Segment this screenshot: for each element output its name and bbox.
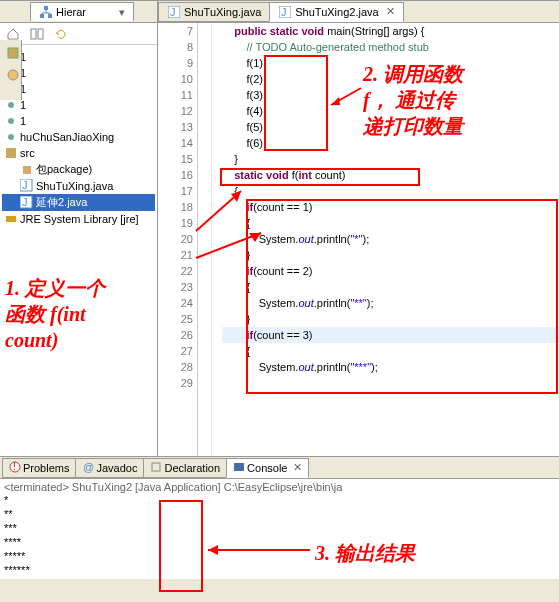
line-number: 8 xyxy=(158,39,197,55)
line-number: 25 xyxy=(158,311,197,327)
code-line[interactable]: System.out.println("*"); xyxy=(222,231,559,247)
svg-rect-2 xyxy=(48,14,52,18)
svg-rect-1 xyxy=(40,14,44,18)
tree-item-icon xyxy=(20,163,34,177)
line-number: 13 xyxy=(158,119,197,135)
line-number: 28 xyxy=(158,359,197,375)
tree-item-icon xyxy=(4,212,18,226)
code-line[interactable]: { xyxy=(222,343,559,359)
line-number: 27 xyxy=(158,343,197,359)
refresh-icon[interactable] xyxy=(52,25,70,43)
line-number: 29 xyxy=(158,375,197,391)
svg-text:J: J xyxy=(170,6,176,18)
svg-text:J: J xyxy=(281,6,287,18)
annotation-3: 3. 输出结果 xyxy=(315,540,415,566)
code-line[interactable]: { xyxy=(222,183,559,199)
tree-item[interactable]: J延伸2.java xyxy=(2,194,155,211)
bottom-tab[interactable]: Console✕ xyxy=(226,458,309,478)
code-line[interactable]: public static void main(String[] args) { xyxy=(222,23,559,39)
hierarchy-icon xyxy=(39,5,53,19)
tree-item-label: huChuSanJiaoXing xyxy=(20,131,114,143)
svg-point-10 xyxy=(8,134,14,140)
code-line[interactable]: } xyxy=(222,151,559,167)
tree-item-icon xyxy=(4,98,18,112)
console-view[interactable]: <terminated> ShuTuXing2 [Java Applicatio… xyxy=(0,479,559,579)
line-number: 21 xyxy=(158,247,197,263)
console-output-line: *** xyxy=(4,521,555,535)
code-line[interactable]: if(count == 1) xyxy=(222,199,559,215)
tab-icon xyxy=(150,461,162,475)
tree-item[interactable]: 1 xyxy=(2,49,155,65)
svg-point-9 xyxy=(8,118,14,124)
tree-item[interactable]: 1 xyxy=(2,65,155,81)
line-number: 24 xyxy=(158,295,197,311)
annotation-1: 1. 定义一个 函数 f(int count) xyxy=(5,275,105,353)
code-line[interactable]: if(count == 2) xyxy=(222,263,559,279)
package-tree[interactable]: 11111huChuSanJiaoXingsrc包package)JShuTuX… xyxy=(0,45,157,456)
code-line[interactable]: if(count == 3) xyxy=(222,327,559,343)
tree-item[interactable]: JRE System Library [jre] xyxy=(2,211,155,227)
line-number: 10 xyxy=(158,71,197,87)
line-number: 22 xyxy=(158,263,197,279)
line-number: 14 xyxy=(158,135,197,151)
tree-item-label: 包package) xyxy=(36,162,92,177)
code-line[interactable]: // TODO Auto-generated method stub xyxy=(222,39,559,55)
tool-icon-2[interactable] xyxy=(4,66,22,84)
svg-point-8 xyxy=(8,102,14,108)
java-file-icon: J xyxy=(278,5,292,19)
tree-item-label: ShuTuXing.java xyxy=(36,180,113,192)
line-number: 26 xyxy=(158,327,197,343)
java-file-icon: J xyxy=(167,5,181,19)
annotation-2: 2. 调用函数 f， 通过传 递打印数量 xyxy=(363,61,463,139)
tree-item[interactable]: 1 xyxy=(2,81,155,97)
svg-point-36 xyxy=(8,70,18,80)
tree-item-icon xyxy=(4,146,18,160)
svg-text:!: ! xyxy=(13,461,16,472)
code-line[interactable]: { xyxy=(222,215,559,231)
svg-rect-35 xyxy=(8,48,18,58)
bottom-tab[interactable]: Declaration xyxy=(143,458,227,478)
bottom-tab[interactable]: !Problems xyxy=(2,458,76,478)
code-line[interactable]: } xyxy=(222,311,559,327)
code-line[interactable]: System.out.println("***"); xyxy=(222,359,559,375)
tree-item[interactable]: JShuTuXing.java xyxy=(2,178,155,194)
code-line[interactable]: { xyxy=(222,279,559,295)
tool-icon-1[interactable] xyxy=(4,44,22,62)
svg-rect-32 xyxy=(234,463,244,471)
tree-item-icon xyxy=(4,114,18,128)
hierarchy-tab-label: Hierar xyxy=(56,6,86,18)
tree-item-label: 延伸2.java xyxy=(36,195,87,210)
tree-item-label: 1 xyxy=(20,99,26,111)
line-number: 18 xyxy=(158,199,197,215)
close-icon[interactable]: ✕ xyxy=(386,5,395,18)
tree-item[interactable]: src xyxy=(2,145,155,161)
bottom-tab-label: Console xyxy=(247,462,287,474)
layout-icon[interactable] xyxy=(28,25,46,43)
console-output-line: ***** xyxy=(4,549,555,563)
bottom-tab-label: Declaration xyxy=(164,462,220,474)
code-line[interactable] xyxy=(222,375,559,391)
svg-rect-4 xyxy=(38,29,43,39)
console-output-line: ** xyxy=(4,507,555,521)
tree-item[interactable]: 1 xyxy=(2,97,155,113)
editor-tab[interactable]: JShuTuXing.java xyxy=(158,2,270,22)
console-terminated-line: <terminated> ShuTuXing2 [Java Applicatio… xyxy=(4,481,555,493)
tree-item[interactable]: huChuSanJiaoXing xyxy=(2,129,155,145)
editor-tab[interactable]: JShuTuXing2.java✕ xyxy=(269,2,403,22)
console-output-line: **** xyxy=(4,535,555,549)
code-editor[interactable]: 7891011121314151617181920212223242526272… xyxy=(158,23,559,456)
tab-icon: ! xyxy=(9,461,21,475)
console-output-line: ****** xyxy=(4,563,555,577)
bottom-tab[interactable]: @Javadoc xyxy=(75,458,144,478)
code-line[interactable]: static void f(int count) xyxy=(222,167,559,183)
svg-rect-0 xyxy=(44,6,48,10)
hierarchy-tab[interactable]: Hierar ▾ xyxy=(30,2,134,21)
code-line[interactable]: } xyxy=(222,247,559,263)
svg-text:J: J xyxy=(22,196,28,208)
tree-item-label: 1 xyxy=(20,115,26,127)
tree-item[interactable]: 包package) xyxy=(2,161,155,178)
tree-item[interactable]: 1 xyxy=(2,113,155,129)
code-line[interactable]: System.out.println("**"); xyxy=(222,295,559,311)
svg-rect-17 xyxy=(6,216,16,222)
close-icon[interactable]: ✕ xyxy=(293,461,302,474)
